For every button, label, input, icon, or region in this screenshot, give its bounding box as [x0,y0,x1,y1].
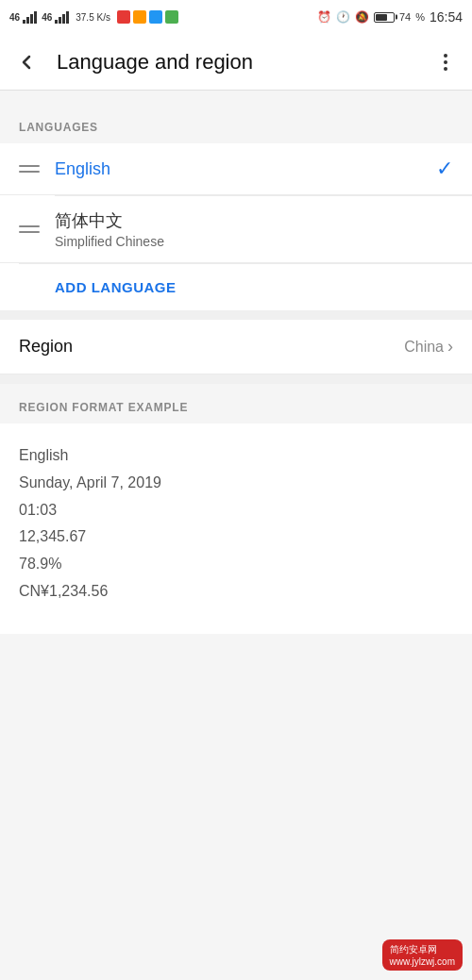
battery-fill [376,14,387,21]
language-text-chinese: 简体中文 Simplified Chinese [55,209,453,249]
format-line-date: Sunday, April 7, 2019 [19,470,453,497]
status-left: 46 46 37.5 K/s [9,10,178,24]
drag-handle-english [19,165,40,173]
add-language-button[interactable]: ADD LANGUAGE [0,264,472,310]
notification-icon-4 [165,10,178,24]
region-label: Region [19,337,404,357]
clock-icon: 🕐 [336,10,350,24]
language-item-chinese[interactable]: 简体中文 Simplified Chinese [0,196,472,263]
language-subtitle-chinese: Simplified Chinese [55,234,453,249]
top-nav: Language and region [0,34,472,91]
signal-text-1: 46 [9,12,20,23]
page-title: Language and region [57,50,415,75]
signal-bar-1 [23,10,37,24]
language-text-english: English [55,159,421,179]
drag-handle-chinese [19,225,40,233]
format-line-time: 01:03 [19,497,453,524]
format-section-header: REGION FORMAT EXAMPLE [0,393,472,424]
language-name-chinese: 简体中文 [55,209,453,232]
languages-section-header: LANGUAGES [0,104,472,143]
language-name-english: English [55,159,421,179]
notification-icon-1 [117,10,130,24]
bell-icon: 🔕 [355,10,369,24]
notification-icon-3 [149,10,162,24]
selected-checkmark: ✓ [436,157,453,181]
add-language-label: ADD LANGUAGE [55,279,177,295]
battery-indicator [374,12,395,23]
format-line-percent: 78.9% [19,551,453,578]
region-row[interactable]: Region China › [0,320,472,374]
top-spacer [0,91,472,104]
format-card: English Sunday, April 7, 2019 01:03 12,3… [0,424,472,634]
language-item-english[interactable]: English ✓ [0,143,472,195]
notification-icon-2 [133,10,146,24]
time-display: 16:54 [430,9,463,25]
watermark: 简约安卓网www.jylzwj.com [382,939,463,971]
svg-point-0 [444,54,447,58]
format-line-currency: CN¥1,234.56 [19,578,453,606]
section-divider-1 [0,310,472,320]
signal-bar-2 [55,10,69,24]
speed-text: 37.5 K/s [76,12,110,23]
status-right: ⏰ 🕐 🔕 74% 16:54 [317,9,463,25]
more-options-button[interactable] [427,43,464,81]
battery-percent: 74 [399,11,411,23]
region-value: China [404,339,444,356]
alarm-icon: ⏰ [317,10,331,24]
chevron-right-icon: › [447,337,453,357]
section-divider-2 [0,374,472,384]
format-section: REGION FORMAT EXAMPLE English Sunday, Ap… [0,384,472,634]
bottom-fill [0,634,472,898]
format-line-language: English [19,442,453,470]
svg-point-1 [444,60,447,64]
languages-card: English ✓ 简体中文 Simplified Chinese ADD LA… [0,143,472,310]
signal-text-2: 46 [42,12,52,23]
format-line-number: 12,345.67 [19,523,453,551]
back-button[interactable] [8,43,45,81]
svg-point-2 [444,67,447,71]
status-bar: 46 46 37.5 K/s ⏰ 🕐 🔕 74% 16:54 [0,0,472,34]
